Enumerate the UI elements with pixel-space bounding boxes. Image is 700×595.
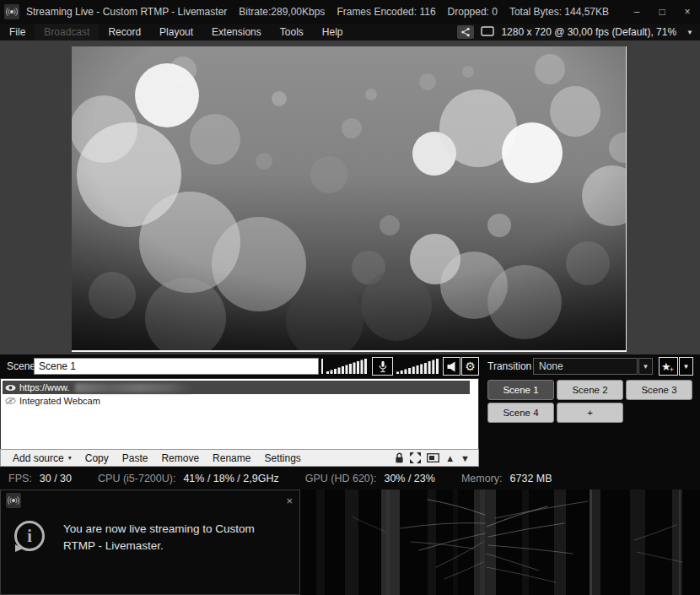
source-toolbar: Add source▾ Copy Paste Remove Rename Set… xyxy=(0,449,479,467)
window-controls: – □ × xyxy=(624,0,700,24)
paste-button[interactable]: Paste xyxy=(116,452,155,464)
app-broadcast-icon xyxy=(4,4,19,19)
minimize-button[interactable]: – xyxy=(624,0,649,24)
menu-help[interactable]: Help xyxy=(313,24,353,41)
menu-extensions[interactable]: Extensions xyxy=(202,24,271,41)
scene-controls-row: Scene ⚙ Transition None ▼ ★+ ▼ xyxy=(0,354,700,378)
notification-body: i You are now live streaming to Custom R… xyxy=(1,511,299,554)
meter-divider xyxy=(321,359,323,374)
visible-eye-icon[interactable] xyxy=(4,384,16,392)
close-button[interactable]: × xyxy=(675,0,700,24)
lock-icon[interactable] xyxy=(395,452,404,463)
audio-meter-stream xyxy=(326,359,369,377)
stat-total-bytes: Total Bytes: 144,57KB xyxy=(509,6,609,18)
gpu-label: GPU (HD 620): xyxy=(305,473,377,484)
menubar: File Broadcast Record Playout Extensions… xyxy=(0,24,700,41)
stream-stats: Bitrate:289,00Kbps Frames Encoded: 116 D… xyxy=(239,6,609,18)
memory-value: 6732 MB xyxy=(510,473,552,484)
source-name: Integrated Webcam xyxy=(19,396,100,406)
audio-meter-mic xyxy=(396,359,440,377)
resolution-dropdown-icon[interactable]: ▼ xyxy=(683,29,693,36)
cpu-value: 41% / 18% / 2,9GHz xyxy=(183,473,278,484)
fps-label: FPS: xyxy=(8,473,32,484)
add-source-button[interactable]: Add source▾ xyxy=(6,452,78,464)
preview-panel xyxy=(0,41,700,354)
maximize-button[interactable]: □ xyxy=(649,0,675,24)
transition-dropdown-icon[interactable]: ▼ xyxy=(638,358,653,375)
quick-fx-dropdown-icon[interactable]: ▼ xyxy=(679,357,693,376)
scene-grid: Scene 1 Scene 2 Scene 3 Scene 4 + xyxy=(487,380,697,423)
preview-window-icon[interactable] xyxy=(427,453,439,462)
memory-label: Memory: xyxy=(461,473,503,484)
menu-file[interactable]: File xyxy=(0,24,35,41)
cpu-label: CPU (i5-7200U): xyxy=(98,473,175,484)
scenes-panel: Scene 1 Scene 2 Scene 3 Scene 4 + xyxy=(479,378,700,467)
menu-playout[interactable]: Playout xyxy=(150,24,202,41)
move-up-icon[interactable]: ▲ xyxy=(445,453,455,463)
scene-label: Scene xyxy=(7,360,35,372)
fps-value: 30 / 30 xyxy=(40,473,72,484)
hidden-eye-icon[interactable] xyxy=(4,397,16,405)
notification-titlebar: × xyxy=(1,490,299,511)
notification-toast: × i You are now live streaming to Custom… xyxy=(0,490,300,595)
transition-label: Transition xyxy=(487,360,531,372)
live-preview-video xyxy=(72,46,627,352)
audio-settings-gear-icon[interactable]: ⚙ xyxy=(461,357,479,376)
menu-tools[interactable]: Tools xyxy=(271,24,313,41)
scene-3-button[interactable]: Scene 3 xyxy=(626,380,692,400)
transition-select[interactable]: None xyxy=(533,358,638,375)
rename-button[interactable]: Rename xyxy=(206,452,257,464)
menu-record[interactable]: Record xyxy=(99,24,150,41)
window-title: Streaming Live - Custom RTMP - Livemaste… xyxy=(26,6,227,18)
fullscreen-expand-icon[interactable] xyxy=(410,452,421,463)
output-resolution[interactable]: 1280 x 720 @ 30,00 fps (Default), 71% xyxy=(501,26,676,38)
info-icon: i xyxy=(14,521,45,551)
source-row-webcam[interactable]: Integrated Webcam xyxy=(3,394,470,408)
add-scene-button[interactable]: + xyxy=(557,403,623,423)
remove-button[interactable]: Remove xyxy=(154,452,206,464)
scene-2-button[interactable]: Scene 2 xyxy=(557,380,623,400)
redacted-url-blur xyxy=(75,383,191,392)
source-name: https://www. xyxy=(19,382,69,392)
microphone-button[interactable] xyxy=(372,357,393,376)
stat-dropped: Dropped: 0 xyxy=(448,6,498,18)
bokeh-preview-image xyxy=(72,46,627,352)
menubar-right: 1280 x 720 @ 30,00 fps (Default), 71% ▼ xyxy=(457,25,700,39)
status-bar: FPS: 30 / 30 CPU (i5-7200U): 41% / 18% /… xyxy=(0,467,700,490)
speaker-button[interactable] xyxy=(443,357,460,376)
quick-fx-button[interactable]: ★+ xyxy=(659,357,678,376)
source-row-url[interactable]: https://www. xyxy=(3,381,470,394)
copy-button[interactable]: Copy xyxy=(78,452,116,464)
titlebar: Streaming Live - Custom RTMP - Livemaste… xyxy=(0,0,700,24)
app-broadcast-icon xyxy=(6,493,21,508)
source-toolbar-icons: ▲ ▼ xyxy=(395,452,473,463)
sources-column: https://www. Integrated Webcam Add sourc… xyxy=(0,378,479,467)
desktop-area: × i You are now live streaming to Custom… xyxy=(0,490,700,595)
settings-button[interactable]: Settings xyxy=(257,452,307,464)
notification-message: You are now live streaming to Custom RTM… xyxy=(63,521,274,554)
share-icon[interactable] xyxy=(457,25,474,39)
notification-close-icon[interactable]: × xyxy=(286,495,293,507)
mid-section: https://www. Integrated Webcam Add sourc… xyxy=(0,378,700,467)
scene-1-button[interactable]: Scene 1 xyxy=(487,380,554,400)
forest-wallpaper xyxy=(301,490,700,595)
scene-name-input[interactable] xyxy=(34,358,319,375)
stat-bitrate: Bitrate:289,00Kbps xyxy=(239,6,325,18)
gpu-value: 30% / 23% xyxy=(384,473,434,484)
stat-frames-encoded: Frames Encoded: 116 xyxy=(337,6,435,18)
scene-4-button[interactable]: Scene 4 xyxy=(487,403,554,423)
menu-broadcast[interactable]: Broadcast xyxy=(35,24,99,41)
add-source-caret-icon: ▾ xyxy=(68,454,72,462)
app-window: Streaming Live - Custom RTMP - Livemaste… xyxy=(0,0,700,595)
move-down-icon[interactable]: ▼ xyxy=(460,453,470,463)
source-list: https://www. Integrated Webcam xyxy=(0,378,479,449)
display-icon xyxy=(481,26,494,39)
